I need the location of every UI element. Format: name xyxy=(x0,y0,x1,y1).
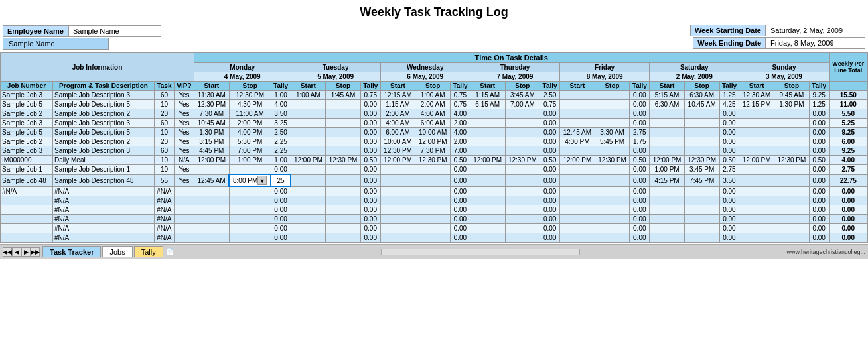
stop-cell[interactable] xyxy=(684,146,719,156)
start-cell[interactable] xyxy=(380,174,415,186)
start-cell[interactable] xyxy=(650,137,685,146)
stop-cell[interactable] xyxy=(505,109,540,119)
start-cell[interactable] xyxy=(194,224,229,233)
stop-cell[interactable] xyxy=(774,215,810,224)
stop-cell[interactable] xyxy=(774,205,810,215)
stop-cell[interactable] xyxy=(684,109,719,119)
start-cell[interactable] xyxy=(470,119,505,128)
stop-cell[interactable] xyxy=(326,205,361,215)
start-cell[interactable]: 12:45 AM xyxy=(560,128,595,137)
stop-cell[interactable] xyxy=(595,224,630,233)
tab-task-tracker[interactable]: Task Tracker xyxy=(42,246,101,257)
stop-cell[interactable] xyxy=(229,196,271,205)
start-cell[interactable] xyxy=(560,100,595,109)
stop-cell[interactable] xyxy=(595,109,630,119)
start-cell[interactable] xyxy=(560,205,595,215)
stop-cell[interactable]: 12:30 PM xyxy=(229,91,271,100)
stop-cell[interactable] xyxy=(595,119,630,128)
start-cell[interactable]: 1:00 AM xyxy=(291,91,326,100)
start-cell[interactable] xyxy=(560,186,595,196)
stop-cell[interactable] xyxy=(326,109,361,119)
start-cell[interactable] xyxy=(470,109,505,119)
start-cell[interactable]: 4:45 PM xyxy=(194,146,229,156)
stop-cell[interactable] xyxy=(326,146,361,156)
start-cell[interactable]: 6:00 AM xyxy=(380,128,415,137)
stop-cell[interactable] xyxy=(326,174,361,186)
stop-cell[interactable] xyxy=(684,186,719,196)
stop-cell[interactable]: 3:45 AM xyxy=(505,91,540,100)
start-cell[interactable] xyxy=(470,224,505,233)
stop-cell[interactable] xyxy=(229,205,271,215)
stop-cell[interactable] xyxy=(684,233,719,243)
start-cell[interactable]: 4:00 PM xyxy=(560,137,595,146)
start-cell[interactable] xyxy=(560,91,595,100)
stop-cell[interactable]: 11:00 AM xyxy=(229,109,271,119)
start-cell[interactable] xyxy=(194,196,229,205)
stop-cell[interactable] xyxy=(595,215,630,224)
stop-cell[interactable]: 3:45 PM xyxy=(684,165,719,175)
start-cell[interactable] xyxy=(650,109,685,119)
stop-cell[interactable] xyxy=(505,174,540,186)
start-cell[interactable] xyxy=(380,196,415,205)
tab-jobs[interactable]: Jobs xyxy=(102,246,132,257)
start-cell[interactable] xyxy=(470,233,505,243)
start-cell[interactable]: 4:00 AM xyxy=(380,119,415,128)
start-cell[interactable] xyxy=(470,137,505,146)
start-cell[interactable]: 12:00 PM xyxy=(470,156,505,165)
stop-cell[interactable]: 12:30 PM xyxy=(684,156,719,165)
stop-cell[interactable] xyxy=(774,196,810,205)
stop-cell[interactable] xyxy=(595,174,630,186)
stop-cell[interactable] xyxy=(684,224,719,233)
start-cell[interactable] xyxy=(194,186,229,196)
stop-cell[interactable] xyxy=(505,128,540,137)
start-cell[interactable]: 12:15 PM xyxy=(739,100,774,109)
start-cell[interactable] xyxy=(560,233,595,243)
stop-cell[interactable] xyxy=(774,119,810,128)
stop-cell[interactable] xyxy=(415,215,451,224)
stop-cell[interactable] xyxy=(505,119,540,128)
stop-cell[interactable]: 10:00 AM xyxy=(415,128,451,137)
start-cell[interactable] xyxy=(291,215,326,224)
start-cell[interactable] xyxy=(194,165,229,175)
start-cell[interactable]: 1:30 PM xyxy=(194,128,229,137)
start-cell[interactable] xyxy=(291,128,326,137)
start-cell[interactable] xyxy=(650,215,685,224)
stop-cell[interactable] xyxy=(774,137,810,146)
start-cell[interactable] xyxy=(739,215,774,224)
stop-cell[interactable] xyxy=(505,196,540,205)
start-cell[interactable] xyxy=(380,215,415,224)
start-cell[interactable] xyxy=(291,224,326,233)
start-cell[interactable] xyxy=(470,174,505,186)
start-cell[interactable] xyxy=(291,165,326,175)
stop-cell[interactable] xyxy=(326,224,361,233)
start-cell[interactable] xyxy=(650,196,685,205)
start-cell[interactable] xyxy=(470,186,505,196)
stop-cell[interactable]: 12:30 PM xyxy=(415,156,451,165)
stop-cell[interactable]: 9:45 AM xyxy=(774,91,810,100)
start-cell[interactable] xyxy=(650,186,685,196)
start-cell[interactable] xyxy=(380,205,415,215)
stop-cell[interactable] xyxy=(505,205,540,215)
stop-cell[interactable] xyxy=(595,91,630,100)
stop-cell[interactable] xyxy=(684,119,719,128)
stop-cell[interactable] xyxy=(415,196,451,205)
stop-cell[interactable] xyxy=(326,186,361,196)
stop-cell[interactable] xyxy=(326,196,361,205)
tally-cell[interactable]: 25 xyxy=(271,174,291,186)
stop-cell[interactable] xyxy=(774,174,810,186)
start-cell[interactable] xyxy=(739,233,774,243)
start-cell[interactable]: 12:00 PM xyxy=(739,156,774,165)
start-cell[interactable]: 6:30 AM xyxy=(650,100,685,109)
start-cell[interactable]: 1:00 PM xyxy=(650,165,685,175)
start-cell[interactable] xyxy=(291,100,326,109)
stop-cell[interactable] xyxy=(415,174,451,186)
stop-cell[interactable] xyxy=(505,186,540,196)
stop-cell[interactable]: 1:00 AM xyxy=(415,91,451,100)
stop-cell[interactable]: 10:45 AM xyxy=(684,100,719,109)
stop-cell[interactable]: 7:00 AM xyxy=(505,100,540,109)
stop-cell[interactable] xyxy=(505,165,540,175)
stop-cell[interactable] xyxy=(774,186,810,196)
start-cell[interactable] xyxy=(560,174,595,186)
stop-cell[interactable]: 3:30 AM xyxy=(595,128,630,137)
stop-cell[interactable] xyxy=(595,165,630,175)
